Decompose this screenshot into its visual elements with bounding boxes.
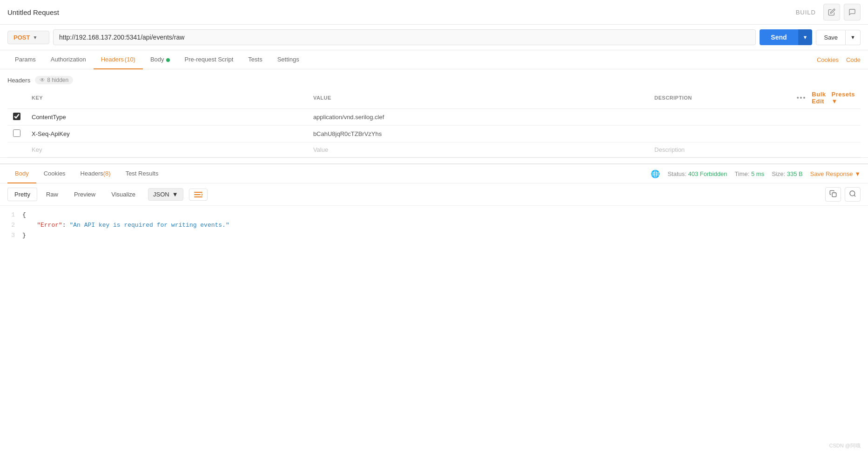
- fmt-pretty[interactable]: Pretty: [7, 188, 37, 201]
- comment-button[interactable]: [844, 4, 861, 20]
- line-number: 3: [0, 232, 22, 242]
- bulk-edit-button[interactable]: Bulk Edit: [812, 91, 826, 105]
- wrap-button[interactable]: [189, 189, 208, 201]
- request-tabs: Params Authorization Headers(10) Body Pr…: [0, 50, 868, 69]
- th-description: DESCRIPTION: [649, 87, 791, 109]
- format-chevron-icon: ▼: [172, 191, 178, 198]
- build-label: BUILD: [796, 9, 816, 16]
- url-bar: POST ▼ Send ▼ Save ▼: [0, 25, 868, 50]
- top-bar: Untitled Request BUILD: [0, 0, 868, 25]
- row1-checkbox[interactable]: [13, 113, 20, 120]
- tab-code-link[interactable]: Code: [846, 51, 861, 69]
- svg-rect-1: [194, 194, 201, 195]
- line-number: 1: [0, 211, 22, 222]
- error-value: "An API key is required for writing even…: [69, 222, 229, 229]
- row1-desc: [649, 109, 791, 126]
- format-selector[interactable]: JSON ▼: [148, 188, 183, 201]
- line-content: "Error": "An API key is required for wri…: [22, 222, 868, 232]
- method-chevron-icon: ▼: [33, 35, 37, 40]
- response-time: Time: 5 ms: [734, 170, 764, 177]
- search-button[interactable]: [845, 187, 861, 202]
- response-section: Body Cookies Headers(8) Test Results 🌐 S…: [0, 163, 868, 248]
- response-status: Status: 403 Forbidden: [667, 170, 727, 177]
- response-body: 1 { 2 "Error": "An API key is required f…: [0, 206, 868, 248]
- method-value: POST: [13, 34, 30, 41]
- top-bar-actions: BUILD: [796, 4, 861, 20]
- th-check: [7, 87, 26, 109]
- tab-body[interactable]: Body: [143, 50, 177, 69]
- resp-tab-body[interactable]: Body: [7, 164, 36, 183]
- table-row: X-Seq-ApiKey bCahU8jqR0cTZBrVzYhs: [7, 126, 861, 142]
- svg-rect-2: [194, 196, 202, 197]
- save-group: Save ▼: [816, 30, 861, 45]
- time-value: 5 ms: [751, 170, 764, 177]
- request-title: Untitled Request: [7, 8, 59, 16]
- hidden-count: 8 hidden: [47, 77, 68, 83]
- row2-key: X-Seq-ApiKey: [32, 130, 70, 137]
- tab-pre-request[interactable]: Pre-request Script: [177, 50, 241, 69]
- resp-tab-headers[interactable]: Headers(8): [73, 164, 118, 183]
- body-actions: [825, 187, 861, 202]
- url-input[interactable]: [53, 29, 756, 45]
- row1-key: ContentType: [32, 114, 66, 121]
- more-button[interactable]: •••: [797, 94, 807, 101]
- fmt-raw[interactable]: Raw: [39, 188, 65, 201]
- new-value-placeholder: Value: [313, 146, 328, 153]
- th-value: VALUE: [308, 87, 649, 109]
- response-meta: 🌐 Status: 403 Forbidden Time: 5 ms Size:…: [651, 169, 861, 178]
- tab-authorization[interactable]: Authorization: [43, 50, 94, 69]
- error-key: "Error": [37, 222, 62, 229]
- code-line-2: 2 "Error": "An API key is required for w…: [0, 222, 868, 232]
- code-line-3: 3 }: [0, 232, 868, 242]
- globe-icon[interactable]: 🌐: [651, 169, 660, 178]
- presets-button[interactable]: Presets ▼: [832, 91, 855, 105]
- new-row-actions: [791, 142, 861, 157]
- line-number: 2: [0, 222, 22, 232]
- row2-desc: [649, 126, 791, 142]
- copy-button[interactable]: [825, 187, 841, 202]
- new-header-row: Key Value Description: [7, 142, 861, 157]
- row2-checkbox[interactable]: [13, 129, 20, 137]
- response-size: Size: 335 B: [772, 170, 803, 177]
- th-actions: ••• Bulk Edit Presets ▼: [791, 87, 861, 109]
- size-value: 335 B: [787, 170, 803, 177]
- hidden-badge: 👁 8 hidden: [35, 76, 73, 84]
- resp-tab-test-results[interactable]: Test Results: [118, 164, 166, 183]
- fmt-preview[interactable]: Preview: [67, 188, 102, 201]
- tab-params[interactable]: Params: [7, 50, 43, 69]
- tab-right-links: Cookies Code: [817, 51, 861, 69]
- svg-rect-0: [194, 192, 202, 193]
- body-dot: [166, 58, 170, 62]
- line-content: }: [22, 232, 868, 242]
- code-wrapper: 1 { 2 "Error": "An API key is required f…: [0, 206, 868, 248]
- save-button[interactable]: Save: [816, 30, 846, 45]
- tab-tests[interactable]: Tests: [241, 50, 269, 69]
- new-desc-placeholder: Description: [654, 146, 685, 153]
- row1-actions: [791, 109, 861, 126]
- row2-value: bCahU8jqR0cTZBrVzYhs: [313, 130, 382, 137]
- tab-settings[interactable]: Settings: [270, 50, 307, 69]
- new-key-placeholder: Key: [32, 146, 42, 153]
- method-selector[interactable]: POST ▼: [7, 31, 49, 44]
- headers-label: Headers: [7, 77, 30, 84]
- send-dropdown-button[interactable]: ▼: [798, 29, 813, 45]
- line-content: {: [22, 211, 868, 222]
- save-response-button[interactable]: Save Response ▼: [810, 170, 861, 177]
- svg-point-4: [850, 191, 855, 196]
- eye-icon: 👁: [40, 77, 45, 83]
- response-tabs-row: Body Cookies Headers(8) Test Results 🌐 S…: [0, 164, 868, 183]
- tab-headers[interactable]: Headers(10): [94, 50, 143, 69]
- fmt-visualize[interactable]: Visualize: [104, 188, 142, 201]
- send-button[interactable]: Send: [760, 29, 798, 45]
- edit-button[interactable]: [823, 4, 840, 20]
- headers-section: Headers 👁 8 hidden KEY VALUE DESCRIPTION…: [0, 69, 868, 158]
- resp-tab-cookies[interactable]: Cookies: [36, 164, 73, 183]
- body-format-bar: Pretty Raw Preview Visualize JSON ▼: [0, 183, 868, 206]
- send-group: Send ▼: [760, 29, 812, 45]
- status-value: 403 Forbidden: [688, 170, 727, 177]
- tab-cookies-link[interactable]: Cookies: [817, 51, 839, 69]
- save-dropdown-button[interactable]: ▼: [846, 30, 861, 45]
- table-row: ContentType application/vnd.serilog.clef: [7, 109, 861, 126]
- headers-table: KEY VALUE DESCRIPTION ••• Bulk Edit Pres…: [7, 87, 861, 157]
- th-key: KEY: [26, 87, 308, 109]
